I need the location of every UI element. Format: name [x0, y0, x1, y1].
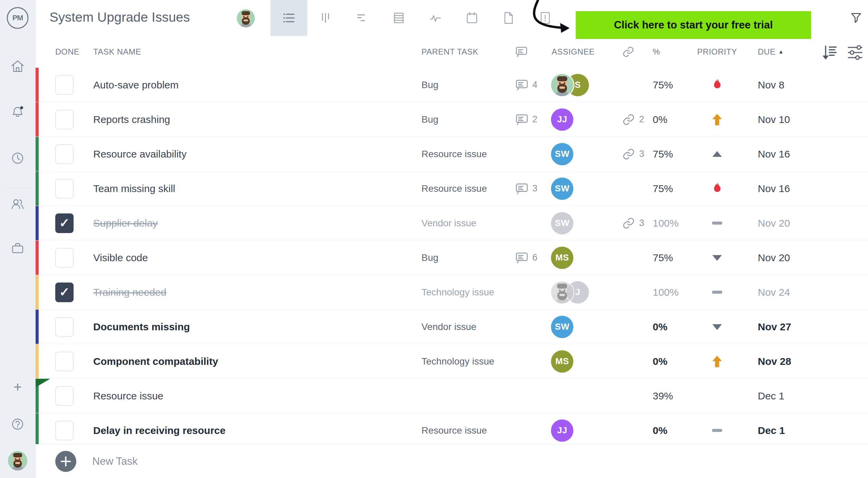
done-checkbox[interactable] [55, 179, 74, 199]
table-row[interactable]: Delay in receiving resourceResource issu… [35, 413, 868, 448]
task-name[interactable]: Auto-save problem [93, 79, 421, 91]
done-checkbox[interactable] [55, 386, 74, 406]
table-row[interactable]: Component compatabilityTechnology issueM… [35, 344, 868, 379]
column-done[interactable]: DONE [35, 47, 93, 57]
team-people-icon[interactable] [10, 196, 25, 212]
comments-cell[interactable]: 4 [512, 78, 548, 92]
view-list-view-icon[interactable] [271, 0, 307, 36]
comments-cell[interactable]: 3 [512, 182, 548, 196]
priority-medium-icon[interactable] [710, 147, 725, 162]
view-calendar-view-icon[interactable] [454, 0, 490, 36]
done-checkbox[interactable] [55, 317, 74, 337]
done-checkbox[interactable] [55, 421, 74, 440]
avatar-photo[interactable] [551, 281, 573, 304]
avatar-initials[interactable]: JJ [551, 108, 573, 131]
filter-icon[interactable] [848, 10, 865, 27]
table-row[interactable]: Auto-save problemBug4S75%Nov 8 [35, 68, 868, 102]
avatar-initials[interactable]: JJ [551, 419, 573, 442]
done-checkbox[interactable] [55, 75, 74, 95]
recent-clock-icon[interactable] [10, 150, 25, 166]
task-name[interactable]: Supplier delay [93, 217, 421, 229]
table-row[interactable]: Team missing skillResource issue3SW75%No… [35, 171, 868, 206]
table-row[interactable]: Resource issue39%Dec 1 [35, 379, 868, 413]
group-expand-marker[interactable] [35, 379, 50, 388]
home-icon[interactable] [10, 59, 25, 74]
task-name[interactable]: Team missing skill [93, 183, 421, 194]
view-plan-view-icon[interactable] [344, 0, 380, 36]
view-activity-view-icon[interactable] [417, 0, 454, 36]
comments-cell[interactable]: 6 [512, 251, 548, 265]
new-task-plus-icon[interactable] [55, 451, 76, 472]
avatar-initials[interactable]: SW [551, 178, 573, 200]
avatar-initials[interactable]: SW [551, 143, 573, 165]
column-due[interactable]: DUE ▲ [741, 47, 812, 57]
column-settings-sliders-icon[interactable] [847, 44, 864, 61]
attachments-cell[interactable]: 2 [619, 112, 651, 127]
view-issues-view-icon[interactable] [527, 0, 564, 36]
table-row[interactable]: Reports crashingBug2JJ20%Nov 10 [35, 102, 868, 137]
sort-asc-arrow: ▲ [778, 49, 784, 55]
task-name[interactable]: Resource availability [93, 148, 421, 160]
project-title[interactable]: System Upgrade Issues [50, 10, 190, 25]
done-checkbox[interactable] [55, 352, 74, 371]
priority-urgent-icon[interactable] [710, 78, 725, 92]
column-priority[interactable]: PRIORITY [693, 47, 741, 57]
done-checkbox[interactable] [55, 248, 74, 268]
priority-low-icon[interactable] [710, 319, 725, 334]
task-name[interactable]: Resource issue [93, 390, 421, 402]
table-row[interactable]: ✓Supplier delayVendor issueSW3100%Nov 20 [35, 206, 868, 241]
notifications-bell-icon[interactable] [10, 104, 25, 120]
sort-descending-icon[interactable] [821, 44, 838, 61]
task-name[interactable]: Training needed [93, 287, 421, 298]
view-page-view-icon[interactable] [490, 0, 527, 36]
attachments-cell[interactable]: 3 [619, 216, 651, 230]
free-trial-banner[interactable]: Click here to start your free trial [576, 11, 811, 39]
help-icon[interactable] [10, 416, 25, 432]
attachments-cell[interactable]: 3 [619, 147, 651, 161]
task-name[interactable]: Documents missing [93, 321, 421, 333]
priority-none-icon[interactable] [712, 222, 722, 225]
pm-logo[interactable]: PM [7, 7, 28, 29]
table-row[interactable]: Visible codeBug6MS75%Nov 20 [35, 241, 868, 275]
column-task-name[interactable]: TASK NAME [93, 47, 421, 57]
task-name[interactable]: Component compatability [93, 356, 421, 367]
priority-none-icon[interactable] [712, 291, 722, 294]
avatar-initials[interactable]: SW [551, 212, 573, 234]
view-board-view-icon[interactable] [307, 0, 344, 36]
column-parent-task[interactable]: PARENT TASK [421, 47, 512, 57]
avatar-initials[interactable]: SW [551, 316, 573, 338]
add-plus-icon[interactable]: + [10, 379, 25, 395]
done-checkbox[interactable] [55, 144, 74, 164]
new-task-label[interactable]: New Task [92, 455, 138, 467]
priority-high-icon[interactable] [710, 112, 725, 127]
done-checkbox[interactable] [55, 110, 74, 129]
priority-low-icon[interactable] [710, 250, 725, 265]
column-percent[interactable]: % [651, 47, 693, 57]
task-name-text: Training needed [93, 287, 166, 298]
comments-cell[interactable]: 2 [512, 112, 548, 127]
column-attachments-icon[interactable] [619, 45, 651, 59]
portfolio-briefcase-icon[interactable] [10, 241, 25, 256]
priority-high-icon[interactable] [710, 354, 725, 369]
task-name[interactable]: Visible code [93, 252, 421, 264]
column-assignee[interactable]: ASSIGNEE [548, 47, 619, 57]
task-name[interactable]: Reports crashing [93, 114, 421, 125]
avatar-initials[interactable]: MS [551, 350, 573, 373]
priority-urgent-icon[interactable] [710, 181, 725, 196]
percent-complete: 75% [651, 183, 693, 194]
priority-none-icon[interactable] [712, 429, 722, 432]
table-row[interactable]: Documents missingVendor issueSW0%Nov 27 [35, 310, 868, 344]
avatar-photo[interactable] [551, 74, 573, 96]
user-avatar[interactable] [8, 451, 27, 471]
task-name[interactable]: Delay in receiving resource [93, 425, 421, 436]
table-row[interactable]: ✓Training neededTechnology issueJ100%Nov… [35, 275, 868, 310]
table-row[interactable]: Resource availabilityResource issueSW375… [35, 137, 868, 171]
column-comments-icon[interactable] [512, 45, 548, 59]
done-checkbox[interactable]: ✓ [55, 283, 74, 302]
project-owner-avatar[interactable] [237, 9, 255, 27]
done-checkbox[interactable]: ✓ [55, 213, 74, 233]
view-sheet-view-icon[interactable] [380, 0, 417, 36]
avatar-initials[interactable]: MS [551, 247, 573, 269]
new-task-row[interactable]: New Task [35, 444, 868, 478]
percent-complete: 39% [651, 390, 693, 402]
